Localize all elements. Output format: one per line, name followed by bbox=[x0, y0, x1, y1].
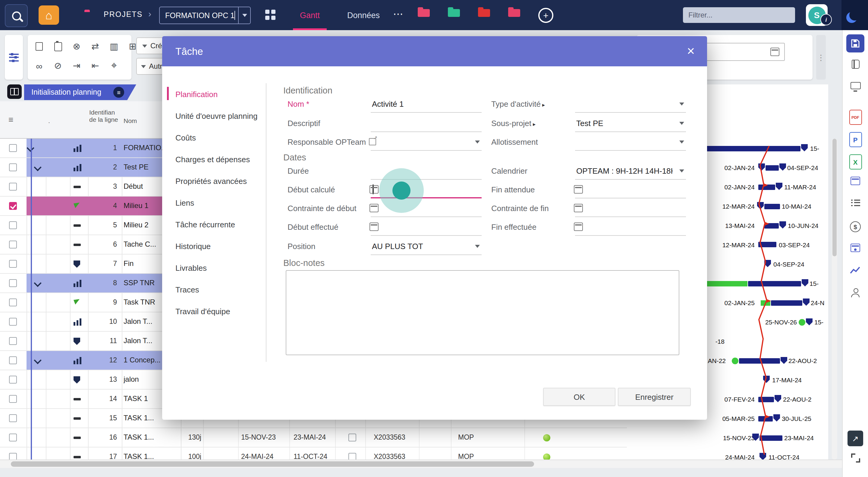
gantt-milestone-icon[interactable] bbox=[776, 183, 782, 190]
row-checkbox[interactable] bbox=[9, 434, 17, 441]
export-pdf-button[interactable]: PDF bbox=[843, 110, 868, 125]
gantt-bar[interactable] bbox=[758, 242, 776, 247]
gantt-bar[interactable] bbox=[764, 204, 780, 209]
gantt-milestone-icon[interactable] bbox=[752, 434, 759, 441]
documentation-button[interactable] bbox=[843, 60, 868, 69]
chevron-down-icon[interactable] bbox=[679, 170, 684, 173]
gantt-milestone-icon[interactable] bbox=[764, 260, 771, 267]
gantt-bars[interactable] bbox=[758, 396, 781, 402]
more-tabs-button[interactable] bbox=[393, 8, 403, 21]
gantt-bars[interactable] bbox=[758, 184, 782, 190]
dialog-menu-item[interactable]: Propriétés avancées bbox=[176, 170, 261, 192]
save-button[interactable]: Enregistrer bbox=[618, 388, 691, 406]
outdent-icon[interactable] bbox=[90, 60, 101, 71]
unlink-icon[interactable] bbox=[53, 60, 63, 71]
field-input[interactable]: AU PLUS TOT bbox=[371, 238, 482, 255]
gantt-bar[interactable] bbox=[766, 165, 779, 170]
favorite-view-3-icon[interactable] bbox=[478, 9, 490, 17]
gantt-bars[interactable] bbox=[799, 319, 812, 326]
gantt-progress-dot[interactable] bbox=[732, 358, 738, 364]
gantt-milestone-icon[interactable] bbox=[757, 202, 764, 209]
row-checkbox[interactable] bbox=[9, 202, 17, 210]
favorite-view-2-icon[interactable] bbox=[448, 9, 460, 17]
favorite-view-1-icon[interactable] bbox=[418, 9, 430, 17]
dialog-menu-item[interactable]: Planification bbox=[176, 83, 261, 105]
row-checkbox[interactable] bbox=[9, 260, 17, 268]
row-checkbox[interactable] bbox=[9, 163, 17, 171]
gantt-milestone-icon[interactable] bbox=[760, 453, 766, 459]
export-excel-button[interactable]: X bbox=[843, 154, 868, 170]
gantt-milestone-icon[interactable] bbox=[802, 279, 808, 287]
link-icon[interactable] bbox=[34, 60, 44, 71]
field-input[interactable] bbox=[575, 200, 686, 217]
gantt-bar[interactable] bbox=[771, 300, 802, 305]
chevron-down-icon[interactable] bbox=[679, 141, 684, 144]
calendar-icon[interactable] bbox=[574, 222, 583, 231]
field-input[interactable]: Test PE bbox=[575, 115, 686, 132]
field-input[interactable] bbox=[575, 95, 686, 113]
gantt-bars[interactable] bbox=[757, 203, 780, 209]
gantt-bars[interactable] bbox=[763, 377, 770, 383]
vertical-scrollbar-thumb[interactable] bbox=[832, 139, 837, 256]
indent-icon[interactable] bbox=[71, 60, 82, 71]
dialog-menu-item[interactable]: Unité d'oeuvre planning bbox=[176, 105, 261, 127]
layout-toggle-button[interactable] bbox=[7, 84, 22, 99]
row-expander-icon[interactable] bbox=[35, 165, 40, 170]
field-input[interactable]: Activité 1 bbox=[371, 95, 482, 113]
task-list-button[interactable] bbox=[843, 199, 868, 206]
row-checkbox[interactable] bbox=[9, 298, 17, 306]
tab-donnees[interactable]: Données bbox=[344, 0, 383, 30]
vertical-scrollbar[interactable] bbox=[832, 139, 837, 459]
gantt-bars[interactable] bbox=[761, 300, 809, 306]
dialog-menu-item[interactable]: Charges et dépenses bbox=[176, 148, 261, 170]
move-rows-icon[interactable] bbox=[90, 41, 101, 52]
field-input[interactable] bbox=[371, 218, 482, 236]
panel-drag-handle[interactable] bbox=[816, 35, 826, 80]
dialog-menu-item[interactable]: Historique bbox=[176, 235, 261, 257]
brand-logo[interactable] bbox=[841, 0, 868, 30]
gantt-bar[interactable] bbox=[758, 396, 774, 402]
field-input[interactable] bbox=[371, 181, 482, 199]
calendar-icon[interactable] bbox=[574, 185, 583, 193]
table-menu-icon[interactable] bbox=[8, 115, 13, 124]
save-button[interactable] bbox=[843, 34, 868, 53]
field-input[interactable] bbox=[371, 115, 482, 132]
costs-button[interactable]: $ bbox=[843, 221, 868, 232]
horizontal-scrollbar-thumb[interactable] bbox=[11, 461, 534, 467]
row-checkbox[interactable] bbox=[9, 241, 17, 248]
home-button[interactable] bbox=[38, 5, 59, 25]
chevron-down-icon[interactable] bbox=[475, 245, 480, 248]
progress-chart-button[interactable] bbox=[843, 266, 868, 274]
chevron-down-icon[interactable] bbox=[679, 122, 684, 125]
display-button[interactable] bbox=[843, 82, 868, 89]
row-checkbox[interactable] bbox=[9, 279, 17, 287]
dialog-menu-item[interactable]: Livrables bbox=[176, 257, 261, 278]
gantt-bar[interactable] bbox=[758, 416, 773, 421]
delete-icon[interactable] bbox=[71, 41, 82, 52]
column-header-id[interactable]: Identifian de la ligne bbox=[89, 109, 119, 123]
open-in-window-button[interactable]: ↗ bbox=[843, 430, 868, 446]
report-icon[interactable] bbox=[108, 41, 119, 52]
dialog-menu-item[interactable]: Coûts bbox=[176, 127, 261, 148]
planning-view-button[interactable] bbox=[843, 177, 868, 185]
gantt-milestone-icon[interactable] bbox=[773, 414, 780, 421]
row-checkbox[interactable] bbox=[9, 221, 17, 229]
gantt-progress-dot[interactable] bbox=[799, 319, 805, 326]
dialog-menu-item[interactable]: Travail d'équipe bbox=[176, 300, 261, 322]
gantt-milestone-icon[interactable] bbox=[763, 376, 770, 383]
gantt-bars[interactable] bbox=[758, 416, 780, 421]
gantt-milestone-icon[interactable] bbox=[781, 357, 787, 364]
dialog-menu-item[interactable]: Liens bbox=[176, 192, 261, 213]
column-header-dot[interactable]: . bbox=[48, 117, 50, 124]
gantt-progress-bar[interactable] bbox=[761, 300, 770, 305]
project-selector[interactable]: FORMATION OPC 1 bbox=[159, 7, 251, 24]
field-input[interactable] bbox=[575, 181, 686, 199]
calendar-icon[interactable] bbox=[370, 185, 378, 193]
resources-button[interactable] bbox=[843, 288, 868, 297]
field-input[interactable]: OPTEAM : 9H-12H 14H-18H ; 5J bbox=[575, 162, 686, 180]
row-checkbox[interactable] bbox=[9, 183, 17, 190]
breadcrumb[interactable]: PROJETS bbox=[104, 10, 143, 19]
gantt-bar[interactable] bbox=[758, 184, 775, 190]
field-input[interactable] bbox=[575, 133, 686, 151]
paste-icon[interactable] bbox=[53, 41, 63, 52]
